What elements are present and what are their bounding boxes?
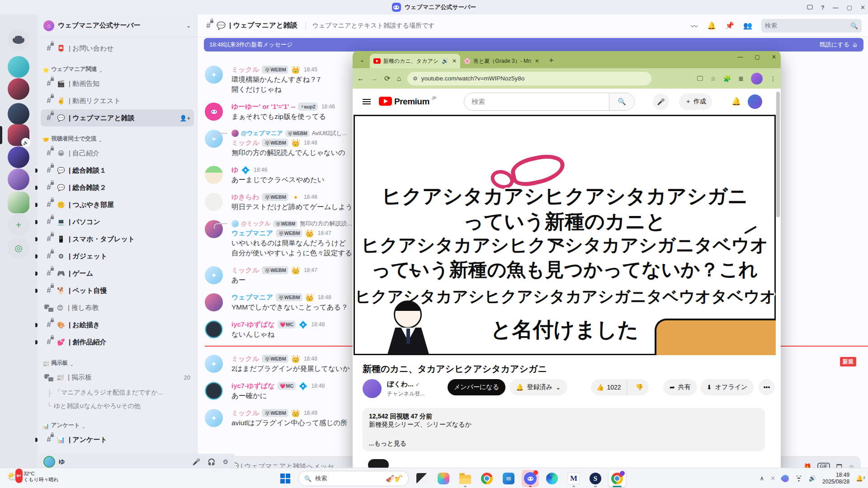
avatar[interactable] bbox=[205, 293, 223, 311]
youtube-search[interactable]: 検索 🔍 bbox=[464, 93, 635, 111]
channel-総合雑談１[interactable]: #💬| 総合雑談１ bbox=[41, 162, 194, 179]
avatar[interactable] bbox=[205, 320, 223, 338]
section-ウェブマニア関連[interactable]: ⭐ウェブマニア関連⌄ bbox=[37, 57, 198, 75]
show-more-button[interactable]: ...もっと見る bbox=[369, 440, 406, 448]
browser-tab[interactable]: 🌸青と夏（Grade 3）- Mrs. GREEN✕ bbox=[460, 54, 543, 68]
youtube-profile-avatar[interactable] bbox=[748, 94, 762, 109]
threads-icon[interactable]: 〰 bbox=[691, 20, 698, 31]
video-player[interactable]: ヒクアシタカアシヒクアシタカアシガニっていう新種のカニとヒクアシタカアシヒクアシ… bbox=[354, 115, 776, 355]
youtube-premium-logo[interactable]: Premium JP bbox=[379, 97, 436, 107]
section-視聴者同士で交流[interactable]: 🤝視聴者同士で交流⌄ bbox=[37, 127, 198, 145]
channel-推し布教[interactable]: 😍| 推し布教 bbox=[41, 299, 194, 316]
volume-icon[interactable]: 🔊 bbox=[809, 475, 816, 482]
browser-tab[interactable]: 新種のカニ、タカアシヒクアシタ🔊✕ bbox=[370, 54, 460, 68]
home-icon[interactable]: ⌂ bbox=[396, 75, 401, 83]
mark-read-button[interactable]: 既読にする bbox=[820, 41, 849, 49]
description-box[interactable]: 12,542 回視聴 47 分前 新種発見シリーズ、シリーズなるか ...もっと… bbox=[363, 408, 765, 451]
subscribed-button[interactable]: 🔔登録済み⌄ bbox=[509, 379, 567, 395]
message-username[interactable]: iyc7-ゆずばな bbox=[231, 320, 275, 329]
avatar[interactable] bbox=[205, 103, 223, 121]
server-active-voice[interactable]: 🔊 bbox=[8, 124, 29, 146]
notifications-bell-icon[interactable]: 🔔 bbox=[707, 21, 716, 30]
channel-自己紹介[interactable]: #😀| 自己紹介 bbox=[41, 145, 194, 162]
more-actions-button[interactable]: ••• bbox=[759, 379, 775, 395]
channel-ウェブマニアと雑談[interactable]: #💬| ウェブマニアと雑談👤+ bbox=[41, 109, 194, 127]
channel-パソコン[interactable]: #💻| パソコン bbox=[41, 213, 194, 230]
message-username[interactable]: ウェブマニア bbox=[231, 229, 273, 238]
start-button[interactable] bbox=[277, 470, 294, 487]
new-tab-button[interactable]: ＋ bbox=[547, 55, 555, 65]
mail-icon[interactable]: ✉ bbox=[500, 470, 517, 487]
server-anime-girl[interactable] bbox=[8, 169, 29, 190]
thread-item[interactable]: ├「マニアさんラジオ配信まだですか... bbox=[47, 386, 194, 399]
chrome-active-icon[interactable] bbox=[609, 470, 626, 487]
channel-お絵描き[interactable]: #🎨| お絵描き bbox=[41, 316, 194, 333]
message-username[interactable]: ゆーゆー' or '1'='1' -- bbox=[231, 103, 295, 111]
youtube-search-input[interactable]: 検索 bbox=[464, 98, 609, 106]
message-username[interactable]: ミックル bbox=[231, 355, 259, 363]
avatar[interactable]: ✦ bbox=[205, 130, 223, 148]
server-header[interactable]: ⌂ ウェブマニア公式サーバー ⌄ bbox=[37, 14, 197, 37]
taskbar-search[interactable]: 🔍検索🎻🎷 bbox=[298, 471, 409, 486]
message-username[interactable]: ミックル bbox=[231, 66, 259, 74]
tab-search-chevron-icon[interactable]: ⌄ bbox=[356, 54, 368, 66]
mic-mute-icon[interactable]: 🎤 bbox=[193, 458, 200, 465]
channel-ゲーム[interactable]: #🎮| ゲーム bbox=[41, 265, 194, 282]
avatar[interactable]: ✦ bbox=[205, 66, 223, 84]
clock[interactable]: 18:49 2025/08/28 bbox=[822, 472, 849, 485]
avatar[interactable]: ✦ bbox=[205, 409, 223, 427]
word-m-icon[interactable]: M bbox=[565, 470, 582, 487]
reload-icon[interactable]: ⟳ bbox=[384, 74, 390, 83]
extensions-puzzle-icon[interactable]: 🧩 bbox=[723, 75, 731, 82]
weather-widget[interactable]: ⛅9+ 32°C くもり時々晴れ bbox=[6, 470, 59, 483]
avatar[interactable] bbox=[205, 166, 223, 184]
discord-home[interactable] bbox=[8, 29, 29, 51]
channel-topic[interactable]: ウェブマニアとテキスト雑談する場所です bbox=[306, 22, 435, 30]
browser-profile-avatar[interactable] bbox=[751, 73, 763, 84]
dislike-button[interactable]: 👎 bbox=[630, 384, 649, 391]
tray-drop-icon[interactable] bbox=[780, 473, 790, 483]
notification-bell-icon[interactable]: 🔔ᶻ bbox=[856, 475, 865, 482]
browser-scrollbar[interactable] bbox=[776, 92, 780, 217]
message-username[interactable]: ミックル bbox=[231, 409, 259, 418]
message-username[interactable]: ゆきらわ bbox=[231, 193, 259, 202]
tab-close-icon[interactable]: ✕ bbox=[535, 58, 539, 64]
avatar[interactable] bbox=[205, 220, 223, 238]
join-member-button[interactable]: メンバーになる bbox=[448, 379, 505, 395]
s-app-icon[interactable]: S bbox=[587, 470, 604, 487]
avatar[interactable]: ✦ bbox=[205, 355, 223, 373]
settings-gear-icon[interactable]: ⚙ bbox=[222, 458, 228, 465]
browser-minimize-button[interactable]: — bbox=[738, 54, 743, 60]
browser-close-button[interactable]: ✕ bbox=[772, 54, 776, 60]
server-dark-purple[interactable] bbox=[8, 146, 29, 168]
add-server[interactable]: + bbox=[8, 214, 29, 236]
address-bar[interactable]: ⚙ youtube.com/watch?v=mWIPNoz5y8o bbox=[407, 72, 651, 85]
help-icon[interactable]: ? bbox=[821, 4, 825, 11]
channel-総合雑談２[interactable]: #💬| 総合雑談２ bbox=[41, 179, 194, 196]
server-news[interactable] bbox=[8, 103, 29, 125]
chrome-icon[interactable] bbox=[478, 470, 495, 487]
channel-掲示板[interactable]: 📰| 掲示板20 bbox=[41, 369, 194, 386]
discord-taskbar-icon[interactable] bbox=[522, 470, 539, 487]
section-掲示板[interactable]: 📰掲示板⌄ bbox=[37, 351, 198, 369]
channel-創作品紹介[interactable]: #💕| 創作品紹介 bbox=[41, 333, 194, 351]
share-button[interactable]: ➦共有 bbox=[663, 379, 697, 395]
channel-ペット自慢[interactable]: #🐕| ペット自慢 bbox=[41, 282, 194, 299]
offline-button[interactable]: ⬇オフライン bbox=[700, 379, 754, 395]
cast-icon[interactable]: 🖵 bbox=[697, 75, 703, 82]
message-username[interactable]: ミックル bbox=[231, 266, 259, 275]
forward-icon[interactable]: → bbox=[371, 75, 378, 83]
avatar[interactable] bbox=[205, 193, 223, 211]
member-list-icon[interactable]: 👥 bbox=[743, 21, 752, 30]
invite-people-icon[interactable]: 👤+ bbox=[179, 115, 190, 122]
server-green-face[interactable] bbox=[8, 192, 29, 213]
file-explorer-icon[interactable] bbox=[457, 470, 474, 487]
server-fireworks[interactable] bbox=[8, 78, 29, 100]
channel-name[interactable]: ぼくわ... ✓ bbox=[387, 380, 420, 389]
wifi-icon[interactable] bbox=[795, 476, 802, 481]
channel-ガジェット[interactable]: #⚙| ガジェット bbox=[41, 248, 194, 265]
edge-icon[interactable] bbox=[543, 470, 561, 487]
copilot-icon[interactable] bbox=[435, 470, 452, 487]
minimize-button[interactable]: — bbox=[833, 4, 839, 11]
channel-お問い合わせ[interactable]: #📮| お問い合わせ bbox=[41, 40, 194, 57]
